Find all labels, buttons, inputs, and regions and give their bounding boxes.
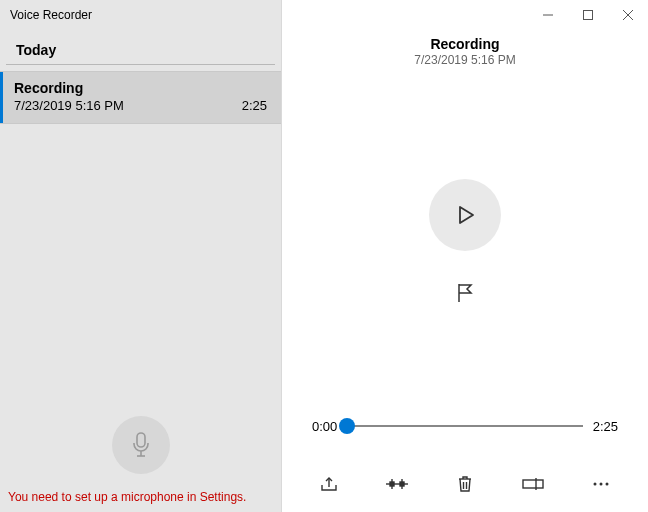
trash-icon (457, 475, 473, 493)
svg-rect-16 (523, 480, 543, 488)
flag-icon (456, 283, 474, 303)
svg-rect-0 (137, 433, 145, 447)
section-today: Today (6, 32, 275, 65)
recording-item-duration: 2:25 (242, 98, 267, 113)
close-icon (623, 10, 633, 20)
share-icon (319, 475, 339, 493)
recording-item-timestamp: 7/23/2019 5:16 PM (14, 98, 124, 113)
titlebar (282, 0, 648, 30)
main-panel: Recording 7/23/2019 5:16 PM (282, 0, 648, 512)
play-button[interactable] (429, 179, 501, 251)
share-button[interactable] (315, 472, 343, 496)
app-title: Voice Recorder (0, 0, 281, 32)
play-icon (453, 203, 477, 227)
record-button[interactable] (112, 416, 170, 474)
recording-timestamp: 7/23/2019 5:16 PM (282, 53, 648, 67)
add-marker-button[interactable] (451, 279, 479, 307)
maximize-button[interactable] (568, 1, 608, 29)
trim-button[interactable] (383, 472, 411, 496)
current-time: 0:00 (312, 419, 337, 434)
svg-point-19 (600, 483, 603, 486)
trim-icon (386, 476, 408, 492)
rename-icon (522, 477, 544, 491)
seek-slider[interactable] (347, 418, 582, 434)
total-time: 2:25 (593, 419, 618, 434)
svg-point-20 (606, 483, 609, 486)
seek-thumb[interactable] (339, 418, 355, 434)
more-button[interactable] (587, 472, 615, 496)
delete-button[interactable] (451, 472, 479, 496)
svg-rect-13 (400, 482, 404, 486)
minimize-button[interactable] (528, 1, 568, 29)
minimize-icon (543, 10, 553, 20)
svg-rect-4 (584, 11, 593, 20)
recording-title: Recording (282, 36, 648, 52)
close-button[interactable] (608, 1, 648, 29)
rename-button[interactable] (519, 472, 547, 496)
microphone-warning: You need to set up a microphone in Setti… (0, 484, 281, 512)
sidebar: Voice Recorder Today Recording 7/23/2019… (0, 0, 282, 512)
more-icon (592, 481, 610, 487)
maximize-icon (583, 10, 593, 20)
recording-item-title: Recording (14, 80, 267, 96)
svg-point-18 (594, 483, 597, 486)
recording-list-item[interactable]: Recording 7/23/2019 5:16 PM 2:25 (0, 71, 281, 124)
svg-rect-12 (390, 482, 394, 486)
microphone-icon (130, 431, 152, 459)
